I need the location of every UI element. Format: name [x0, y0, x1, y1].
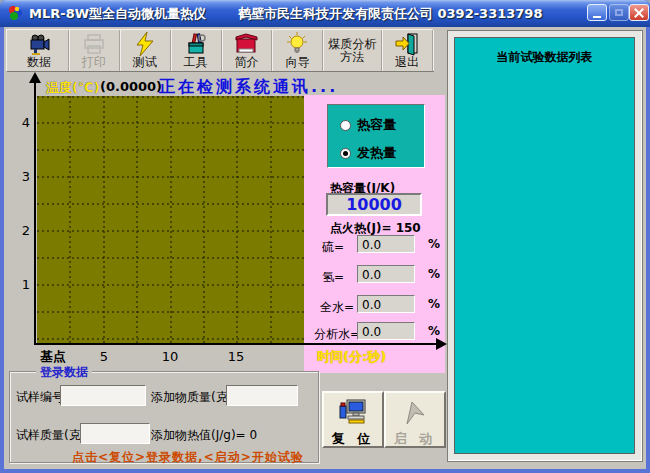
toolbar-button-data[interactable]: 数据 [10, 30, 69, 71]
company-caption: 鹤壁市民生科技开发有限责任公司 0392-3313798 [238, 5, 542, 23]
x-tick-label: 15 [225, 349, 247, 364]
toolbar-button-exit[interactable]: 退出 [382, 30, 433, 71]
y-tick-label: 4 [12, 115, 30, 130]
radio-icon [340, 148, 351, 159]
radio-heat-capacity[interactable]: 热容量 [340, 116, 396, 134]
exit-icon [394, 32, 420, 56]
operation-hint: 点击<复位>登录数据,<启动>开始试验 [72, 449, 304, 466]
start-button-label: 启 动 [394, 430, 437, 448]
start-arrow-icon [400, 398, 430, 430]
book-icon [233, 32, 259, 56]
mode-select-box: 热容量 发热量 [327, 104, 425, 168]
x-tick-label: 5 [93, 349, 115, 364]
y-axis-arrow [29, 72, 41, 83]
radio-label: 发热量 [357, 144, 396, 162]
window-title: MLR-8W型全自动微机量热仪 [29, 5, 206, 23]
toolbar-button-intro[interactable]: 简介 [222, 30, 273, 71]
y-tick-label: 1 [12, 277, 30, 292]
radio-calorific-value[interactable]: 发热量 [340, 144, 396, 162]
test-data-list-title: 当前试验数据列表 [455, 49, 634, 66]
x-axis-arrow [436, 338, 447, 350]
hydrogen-label: 氢= [322, 269, 344, 286]
toolbar-button-label: 简介 [234, 56, 258, 69]
sample-mass-input[interactable] [80, 423, 150, 444]
toolbar-button-print[interactable]: 打印 [69, 30, 120, 71]
additive-heat-label: 添加物热值(J/g)= 0 [151, 427, 257, 444]
toolbar-button-label: 测试 [133, 56, 157, 69]
analysis-water-label: 分析水= [314, 326, 360, 343]
time-axis-label: 时间(分:秒) [317, 348, 386, 366]
camera-icon [27, 32, 51, 56]
chart-gridlines [37, 96, 304, 344]
app-logo-icon [7, 5, 24, 22]
chart-plot-area [37, 96, 304, 344]
close-button[interactable] [629, 4, 649, 21]
toolbar-button-test[interactable]: 测试 [120, 30, 171, 71]
toolbar-button-wizard[interactable]: 向导 [272, 30, 323, 71]
tools-icon [184, 32, 208, 56]
additive-mass-label: 添加物质量(克) [151, 389, 232, 406]
printer-icon [82, 32, 106, 56]
toolbar-button-label: 煤质分析 方法 [328, 38, 376, 63]
login-data-title: 登录数据 [36, 364, 92, 381]
sample-no-label: 试样编号 [16, 389, 64, 406]
test-data-panel-frame: 当前试验数据列表 [447, 30, 643, 462]
y-tick-label: 2 [12, 223, 30, 238]
toolbar: 数据 打印 测试 [6, 29, 434, 72]
total-water-field[interactable]: 0.0 [357, 295, 415, 313]
toolbar-button-label: 工具 [184, 56, 208, 69]
additive-mass-input[interactable] [226, 385, 298, 406]
close-icon [634, 8, 644, 18]
sample-no-input[interactable] [60, 385, 146, 406]
toolbar-button-tools[interactable]: 工具 [171, 30, 222, 71]
reset-button-label: 复 位 [332, 430, 375, 448]
minimize-icon [593, 16, 601, 18]
total-water-label: 全水= [320, 299, 354, 316]
computer-icon [338, 398, 368, 430]
hydrogen-unit: % [428, 267, 440, 281]
toolbar-button-label: 数据 [27, 56, 51, 69]
maximize-button[interactable] [609, 4, 629, 21]
title-bar: MLR-8W型全自动微机量热仪 鹤壁市民生科技开发有限责任公司 0392-331… [0, 0, 650, 27]
toolbar-button-label: 打印 [82, 56, 106, 69]
total-water-unit: % [428, 297, 440, 311]
x-axis [34, 343, 440, 345]
analysis-water-field[interactable]: 0.0 [357, 322, 415, 340]
lightning-icon [134, 32, 156, 56]
y-axis [34, 82, 36, 345]
reset-button[interactable]: 复 位 [322, 391, 384, 448]
form-background: 数据 打印 测试 [4, 27, 646, 469]
minimize-button[interactable] [587, 4, 607, 21]
sulfur-label: 硫= [322, 239, 344, 256]
maximize-icon [615, 9, 623, 16]
heat-capacity-field[interactable]: 10000 [326, 193, 422, 216]
sample-mass-label: 试样质量(克) [16, 427, 85, 444]
start-button[interactable]: 启 动 [384, 391, 446, 448]
radio-icon [340, 120, 351, 131]
toolbar-button-label: 退出 [395, 56, 419, 69]
y-tick-label: 3 [12, 169, 30, 184]
test-data-list[interactable]: 当前试验数据列表 [454, 37, 635, 454]
toolbar-button-coal-analysis[interactable]: 煤质分析 方法 [323, 30, 382, 71]
bulb-icon [285, 32, 309, 56]
temperature-reading: (0.0000) [100, 79, 162, 94]
application-window: MLR-8W型全自动微机量热仪 鹤壁市民生科技开发有限责任公司 0392-331… [0, 0, 650, 473]
sulfur-unit: % [428, 237, 440, 251]
x-tick-label: 10 [159, 349, 181, 364]
analysis-water-unit: % [428, 324, 440, 338]
temperature-axis-label: 温度(℃) [46, 79, 100, 97]
toolbar-button-label: 向导 [285, 56, 309, 69]
sulfur-field[interactable]: 0.0 [357, 235, 415, 253]
radio-label: 热容量 [357, 116, 396, 134]
hydrogen-field[interactable]: 0.0 [357, 265, 415, 283]
